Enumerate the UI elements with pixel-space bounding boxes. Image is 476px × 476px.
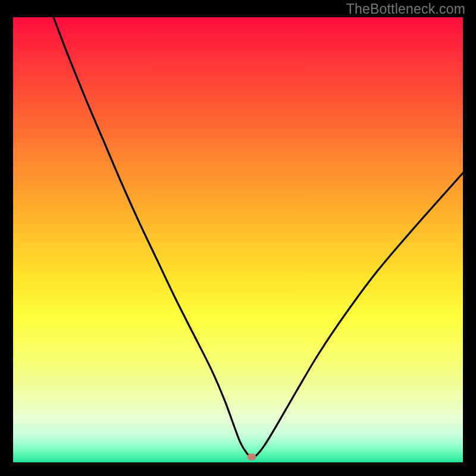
watermark-text: TheBottleneck.com — [346, 1, 465, 17]
bottleneck-curve — [13, 17, 463, 462]
chart-frame: TheBottleneck.com — [0, 0, 476, 476]
optimum-marker — [247, 453, 256, 461]
chart-plot-area — [13, 17, 463, 462]
